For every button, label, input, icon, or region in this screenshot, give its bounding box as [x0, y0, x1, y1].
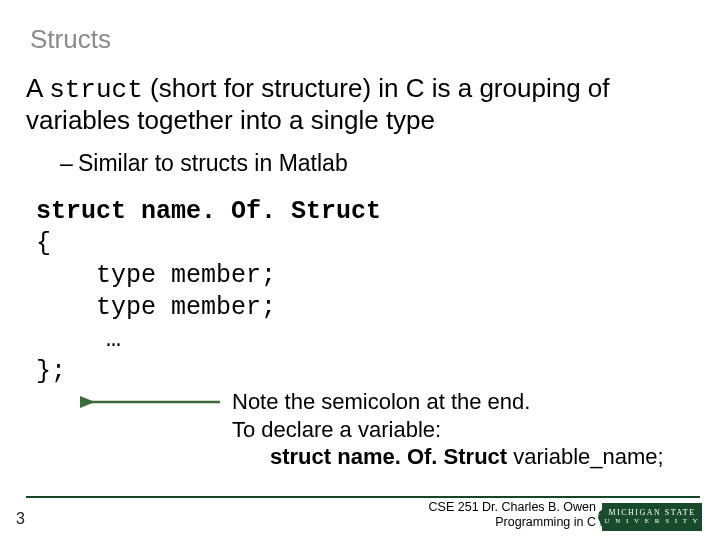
- dash-icon: –: [60, 150, 78, 177]
- sub-bullet: –Similar to structs in Matlab: [60, 150, 348, 177]
- code-kw-struct: struct: [36, 197, 126, 226]
- course-credit: CSE 251 Dr. Charles B. Owen Programming …: [429, 500, 596, 530]
- note-decl-type: struct name. Of. Struct: [270, 444, 507, 469]
- slide-title: Structs: [30, 24, 111, 55]
- code-line-4: type member;: [36, 292, 381, 324]
- code-line-3: type member;: [36, 260, 381, 292]
- code-struct-name: name. Of. Struct: [141, 197, 381, 226]
- logo-line-2: U N I V E R S I T Y: [605, 518, 700, 526]
- note-line-2: To declare a variable:: [232, 416, 664, 444]
- arrow-icon: [80, 388, 225, 416]
- code-line-6: };: [36, 356, 381, 388]
- code-line-2: {: [36, 228, 381, 260]
- code-line-1: struct name. Of. Struct: [36, 196, 381, 228]
- credit-line-2: Programming in C: [429, 515, 596, 530]
- code-block: struct name. Of. Struct { type member; t…: [36, 196, 381, 388]
- intro-keyword: struct: [49, 75, 143, 105]
- page-number: 3: [16, 510, 25, 528]
- intro-pre: A: [26, 73, 49, 103]
- code-line-5: …: [36, 324, 381, 356]
- intro-paragraph: A struct (short for structure) in C is a…: [26, 74, 690, 136]
- note-decl-var: variable_name;: [507, 444, 664, 469]
- note-line-1: Note the semicolon at the end.: [232, 388, 664, 416]
- note-line-3: struct name. Of. Struct variable_name;: [232, 443, 664, 471]
- footer-divider: [26, 496, 700, 498]
- slide: Structs A struct (short for structure) i…: [0, 0, 720, 540]
- bullet-text: Similar to structs in Matlab: [78, 150, 348, 176]
- credit-line-1: CSE 251 Dr. Charles B. Owen: [429, 500, 596, 515]
- code-ellipsis: …: [96, 325, 121, 354]
- note-block: Note the semicolon at the end. To declar…: [232, 388, 664, 471]
- msu-logo: MICHIGAN STATE U N I V E R S I T Y: [602, 503, 702, 531]
